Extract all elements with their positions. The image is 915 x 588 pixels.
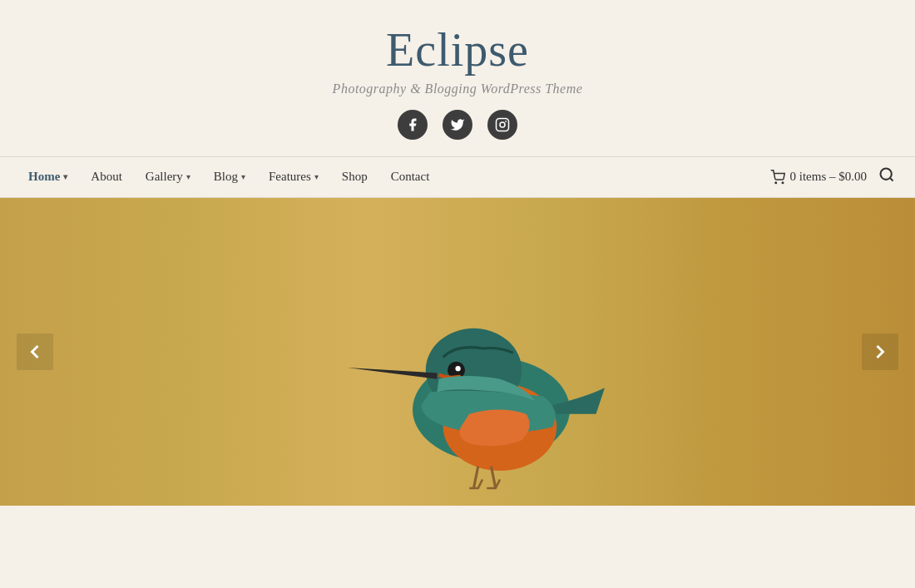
- svg-point-1: [500, 122, 505, 127]
- twitter-link[interactable]: [443, 110, 472, 140]
- nav-item-contact[interactable]: Contact: [379, 156, 442, 198]
- nav-item-about[interactable]: About: [79, 156, 134, 198]
- gallery-chevron-icon: ▾: [186, 172, 190, 181]
- social-icons-group: [0, 110, 915, 140]
- site-tagline: Photography & Blogging WordPress Theme: [0, 82, 915, 96]
- facebook-link[interactable]: [398, 110, 428, 140]
- cart-icon: [770, 170, 785, 185]
- svg-point-2: [505, 121, 507, 122]
- home-chevron-icon: ▾: [63, 172, 67, 181]
- facebook-icon: [405, 117, 420, 132]
- hero-slider: [0, 198, 915, 506]
- nav-item-home[interactable]: Home ▾: [17, 156, 79, 198]
- blog-chevron-icon: ▾: [241, 172, 245, 181]
- chevron-right-icon: [868, 340, 892, 363]
- instagram-icon: [495, 117, 510, 132]
- kingfisher-illustration: [143, 198, 892, 506]
- nav-item-gallery[interactable]: Gallery ▾: [134, 156, 202, 198]
- svg-point-3: [775, 182, 777, 184]
- main-nav: Home ▾ About Gallery ▾ Blog ▾ Features ▾…: [0, 156, 915, 198]
- slider-prev-button[interactable]: [17, 334, 53, 370]
- nav-item-features[interactable]: Features ▾: [257, 156, 330, 198]
- site-header: Eclipse Photography & Blogging WordPress…: [0, 0, 915, 156]
- twitter-icon: [450, 117, 465, 132]
- cart-button[interactable]: 0 items – $0.00: [770, 170, 868, 185]
- svg-point-12: [455, 366, 460, 371]
- svg-line-6: [890, 178, 893, 181]
- slider-next-button[interactable]: [862, 334, 898, 370]
- instagram-link[interactable]: [487, 110, 517, 140]
- search-icon: [878, 166, 895, 183]
- chevron-left-icon: [23, 340, 47, 363]
- search-button[interactable]: [875, 166, 898, 187]
- nav-inner: Home ▾ About Gallery ▾ Blog ▾ Features ▾…: [17, 156, 898, 198]
- svg-rect-0: [497, 118, 509, 131]
- nav-item-blog[interactable]: Blog ▾: [202, 156, 257, 198]
- nav-item-shop[interactable]: Shop: [330, 156, 379, 198]
- site-title: Eclipse: [0, 25, 915, 77]
- nav-items: Home ▾ About Gallery ▾ Blog ▾ Features ▾…: [17, 156, 770, 198]
- svg-point-4: [782, 182, 784, 184]
- svg-point-5: [881, 169, 892, 180]
- features-chevron-icon: ▾: [314, 172, 319, 181]
- nav-right: 0 items – $0.00: [770, 166, 899, 187]
- cart-label: 0 items – $0.00: [790, 170, 868, 184]
- hero-image: [0, 198, 915, 506]
